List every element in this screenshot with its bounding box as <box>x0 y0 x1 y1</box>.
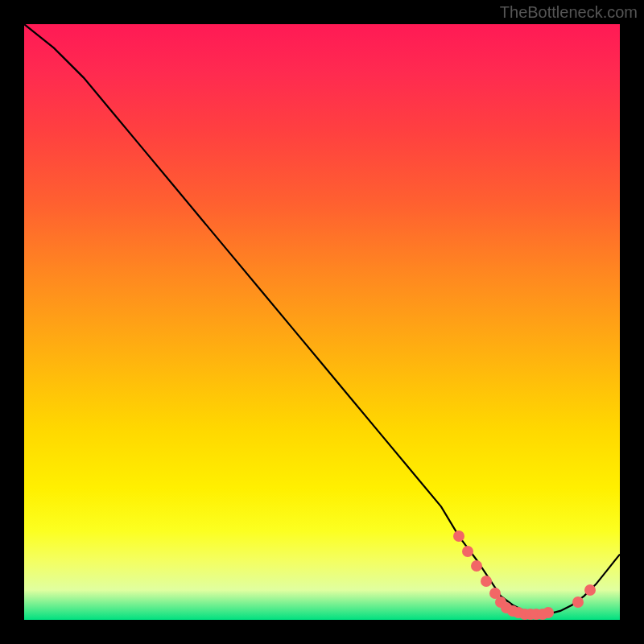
data-marker <box>481 576 492 587</box>
data-marker <box>584 584 596 596</box>
data-marker <box>572 597 584 608</box>
data-marker <box>453 530 464 542</box>
data-marker <box>471 560 482 572</box>
data-marker <box>462 546 473 557</box>
data-marker <box>543 607 554 618</box>
chart-plot-area <box>24 24 620 620</box>
watermark-text: TheBottleneck.com <box>500 3 638 22</box>
bottleneck-curve <box>24 24 620 620</box>
